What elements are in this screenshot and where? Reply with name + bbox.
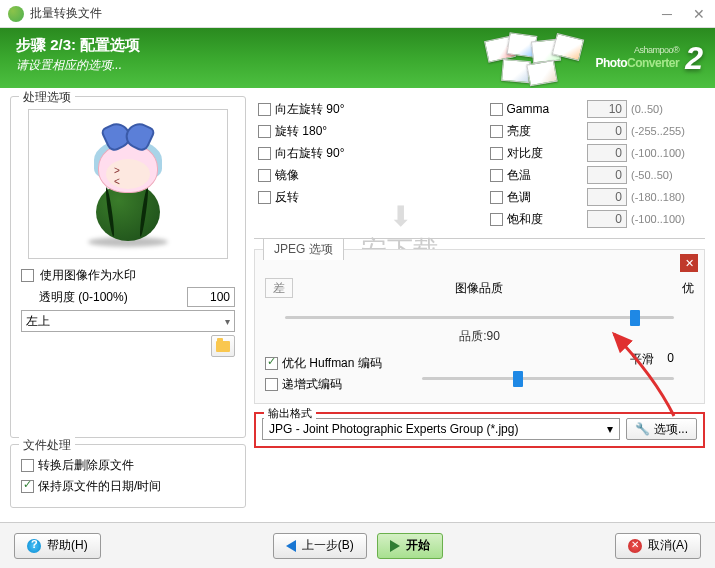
- quality-high-label: 优: [664, 280, 694, 297]
- folder-icon: [216, 341, 230, 352]
- delete-original-label: 转换后删除原文件: [38, 457, 134, 474]
- play-icon: [390, 540, 400, 552]
- help-button[interactable]: 帮助(H): [14, 533, 101, 559]
- chevron-down-icon: ▾: [607, 422, 613, 436]
- transform-options-grid: 向左旋转 90°旋转 180°向右旋转 90°镜像反转 Gamma(0..50)…: [254, 96, 705, 239]
- huffman-checkbox[interactable]: [265, 357, 278, 370]
- keep-date-label: 保持原文件的日期/时间: [38, 478, 161, 495]
- adjust-label: 饱和度: [507, 211, 584, 228]
- quality-value: 品质:90: [265, 328, 694, 345]
- titlebar: 批量转换文件 ─ ✕: [0, 0, 715, 28]
- transform-label: 旋转 180°: [275, 123, 470, 140]
- format-options-button[interactable]: 🔧 选项...: [626, 418, 697, 440]
- adjust-checkbox[interactable]: [490, 147, 503, 160]
- delete-original-checkbox[interactable]: [21, 459, 34, 472]
- window-title: 批量转换文件: [30, 5, 659, 22]
- adjust-checkbox[interactable]: [490, 125, 503, 138]
- adjust-value-input[interactable]: [587, 210, 627, 228]
- close-button[interactable]: ✕: [691, 6, 707, 22]
- header-banner: 步骤 2/3: 配置选项 请设置相应的选项... Ashampoo® Photo…: [0, 28, 715, 88]
- adjust-range: (-50..50): [631, 169, 701, 181]
- adjust-range: (-180..180): [631, 191, 701, 203]
- adjust-label: 对比度: [507, 145, 584, 162]
- progressive-label: 递增式编码: [282, 376, 342, 393]
- quality-low-label: 差: [265, 278, 293, 298]
- quality-slider[interactable]: [285, 308, 674, 326]
- browse-watermark-button[interactable]: [211, 335, 235, 357]
- cancel-button[interactable]: 取消(A): [615, 533, 701, 559]
- adjust-label: 色温: [507, 167, 584, 184]
- brand-logo: Ashampoo® PhotoConverter 2: [482, 32, 703, 84]
- output-legend: 输出格式: [264, 406, 316, 421]
- adjust-label: Gamma: [507, 102, 584, 116]
- adjust-checkbox[interactable]: [490, 191, 503, 204]
- processing-legend: 处理选项: [19, 89, 75, 106]
- file-handling-legend: 文件处理: [19, 437, 75, 454]
- smooth-slider[interactable]: [422, 369, 674, 387]
- adjust-label: 色调: [507, 189, 584, 206]
- adjust-value-input[interactable]: [587, 100, 627, 118]
- transform-label: 向右旋转 90°: [275, 145, 470, 162]
- output-format-dropdown[interactable]: JPG - Joint Photographic Experts Group (…: [262, 418, 620, 440]
- processing-options-group: 处理选项 使用图像作为水印 透明度 (0-100%): [10, 96, 246, 438]
- transform-checkbox[interactable]: [258, 103, 271, 116]
- start-button[interactable]: 开始: [377, 533, 443, 559]
- smooth-label: 平滑: [630, 351, 654, 368]
- opacity-label: 透明度 (0-100%): [21, 289, 181, 306]
- transform-checkbox[interactable]: [258, 147, 271, 160]
- adjust-value-input[interactable]: [587, 166, 627, 184]
- position-dropdown[interactable]: 左上 ▾: [21, 310, 235, 332]
- transform-label: 向左旋转 90°: [275, 101, 470, 118]
- chevron-down-icon: ▾: [225, 316, 230, 327]
- footer-buttons: 帮助(H) 上一步(B) 开始 取消(A): [0, 522, 715, 568]
- smooth-value: 0: [667, 351, 674, 365]
- adjust-label: 亮度: [507, 123, 584, 140]
- minimize-button[interactable]: ─: [659, 6, 675, 22]
- adjust-value-input[interactable]: [587, 144, 627, 162]
- preview-image: [28, 109, 228, 259]
- adjust-range: (-255..255): [631, 125, 701, 137]
- jpeg-tab[interactable]: JPEG 选项: [263, 238, 344, 260]
- gear-icon: 🔧: [635, 422, 650, 436]
- transform-label: 镜像: [275, 167, 470, 184]
- transform-checkbox[interactable]: [258, 125, 271, 138]
- huffman-label: 优化 Huffman 编码: [282, 355, 382, 372]
- jpeg-options-panel: JPEG 选项 ✕ 差 图像品质 优 品质:90 优化 Huffman 编码: [254, 249, 705, 404]
- adjust-checkbox[interactable]: [490, 103, 503, 116]
- transform-label: 反转: [275, 189, 470, 206]
- adjust-range: (-100..100): [631, 213, 701, 225]
- transform-checkbox[interactable]: [258, 169, 271, 182]
- jpeg-close-button[interactable]: ✕: [680, 254, 698, 272]
- transform-checkbox[interactable]: [258, 191, 271, 204]
- watermark-checkbox[interactable]: [21, 269, 34, 282]
- cancel-icon: [628, 539, 642, 553]
- position-value: 左上: [26, 313, 50, 330]
- file-handling-group: 文件处理 转换后删除原文件 保持原文件的日期/时间: [10, 444, 246, 508]
- back-arrow-icon: [286, 540, 296, 552]
- watermark-label: 使用图像作为水印: [40, 267, 235, 284]
- opacity-input[interactable]: [187, 287, 235, 307]
- back-button[interactable]: 上一步(B): [273, 533, 367, 559]
- output-format-group: 输出格式 JPG - Joint Photographic Experts Gr…: [254, 412, 705, 448]
- keep-date-checkbox[interactable]: [21, 480, 34, 493]
- output-format-value: JPG - Joint Photographic Experts Group (…: [269, 422, 518, 436]
- app-icon: [8, 6, 24, 22]
- help-icon: [27, 539, 41, 553]
- adjust-value-input[interactable]: [587, 122, 627, 140]
- adjust-checkbox[interactable]: [490, 213, 503, 226]
- adjust-checkbox[interactable]: [490, 169, 503, 182]
- adjust-range: (-100..100): [631, 147, 701, 159]
- adjust-value-input[interactable]: [587, 188, 627, 206]
- quality-mid-label: 图像品质: [303, 280, 654, 297]
- adjust-range: (0..50): [631, 103, 701, 115]
- progressive-checkbox[interactable]: [265, 378, 278, 391]
